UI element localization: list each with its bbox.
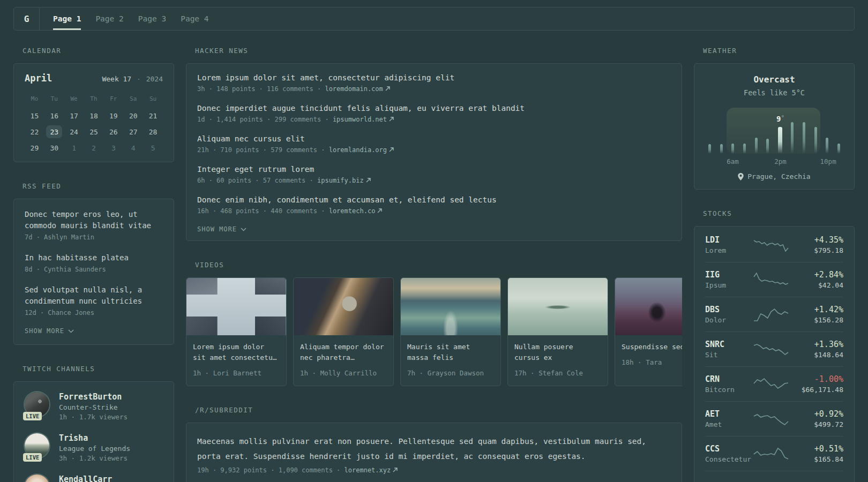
rss-item-title[interactable]: In hac habitasse platea <box>25 252 163 263</box>
stock-price: $66,171.48 <box>790 386 843 394</box>
hackernews-widget-title: HACKER NEWS <box>195 47 682 55</box>
external-link-icon <box>377 208 382 213</box>
stock-name: Lorem <box>705 246 752 254</box>
video-thumbnail[interactable] <box>615 278 682 335</box>
twitch-channel-name[interactable]: KendallCarr <box>59 475 112 482</box>
chevron-down-icon <box>241 228 246 231</box>
video-thumbnail[interactable] <box>186 278 286 335</box>
stock-ticker: IIG <box>705 270 752 280</box>
hn-item-meta: 6h · 60 points · 57 comments · ipsumify.… <box>197 177 671 184</box>
calendar-day: 22 <box>25 125 44 138</box>
calendar-day: 17 <box>64 109 84 122</box>
rss-item-meta: 7d · Ashlyn Martin <box>25 234 163 241</box>
calendar-day: 18 <box>84 109 104 122</box>
stock-row: DBSDolor +1.42%$156.28 <box>705 297 843 332</box>
video-thumbnail[interactable] <box>401 278 500 335</box>
hn-item-title[interactable]: Donec imperdiet augue tincidunt felis al… <box>197 104 671 112</box>
stocks-widget-title: STOCKS <box>703 209 855 217</box>
external-link-icon <box>385 86 390 91</box>
stock-change: -1.00% <box>790 374 843 384</box>
calendar-day: 24 <box>64 125 84 138</box>
twitch-channel: LIVE Trisha League of Legends 3h · 1.2k … <box>25 433 163 462</box>
stock-ticker: DBS <box>705 305 752 314</box>
hn-item-domain[interactable]: loremlandia.org <box>329 146 387 154</box>
calendar-day: 16 <box>44 109 64 122</box>
twitch-channel-name[interactable]: ForrestBurton <box>59 392 128 402</box>
left-column: CALENDAR April Week 17 · 2024 MoTuWeThFr… <box>13 47 174 482</box>
dashboard: G Page 1 Page 2 Page 3 Page 4 CALENDAR A… <box>0 0 868 482</box>
weather-widget: WEATHER Overcast Feels like 5°C 9° 6am 2… <box>694 47 855 190</box>
hn-item: Aliquam nec cursus elit 21h · 710 points… <box>197 134 671 154</box>
hn-item-title[interactable]: Donec enim nibh, condimentum et accumsan… <box>197 195 671 204</box>
hn-item-domain[interactable]: loremdomain.com <box>325 85 383 93</box>
calendar-day: 21 <box>143 109 163 122</box>
twitch-channel-category[interactable]: League of Legends <box>59 445 130 453</box>
stock-name: Consectetur <box>705 455 752 463</box>
location-pin-icon <box>738 173 744 180</box>
hn-item-title[interactable]: Integer eget rutrum lorem <box>197 165 671 174</box>
stock-sparkline <box>752 446 790 462</box>
rss-show-more-button[interactable]: SHOW MORE <box>25 327 163 335</box>
stock-sparkline <box>752 272 790 288</box>
stock-price: $795.18 <box>790 246 843 254</box>
video-title[interactable]: Nullam posuere cursus ex <box>514 342 601 363</box>
hn-item: Integer eget rutrum lorem 6h · 60 points… <box>197 165 671 184</box>
video-title[interactable]: Aliquam tempor dolor nec pharetra… <box>300 342 387 363</box>
stocks-widget: STOCKS LDILorem +4.35%$795.18 IIGIpsum +… <box>694 209 855 482</box>
live-badge: LIVE <box>23 453 42 462</box>
tab-page-1[interactable]: Page 1 <box>53 7 81 30</box>
external-link-icon <box>389 147 394 152</box>
app-logo[interactable]: G <box>14 7 40 30</box>
chevron-down-icon <box>68 329 74 333</box>
rss-item-title[interactable]: Sed volutpat nulla nisl, a condimentum n… <box>25 284 163 307</box>
video-meta: 7h · Grayson Dawson <box>407 369 494 377</box>
external-link-icon <box>366 178 371 183</box>
hn-item-meta: 21h · 710 points · 579 comments · loreml… <box>197 146 671 154</box>
video-thumbnail[interactable] <box>508 278 608 335</box>
twitch-channel: KendallCarr <box>25 475 163 482</box>
tab-page-3[interactable]: Page 3 <box>138 7 166 30</box>
twitch-widget-title: TWITCH CHANNELS <box>23 365 174 373</box>
twitch-channel-meta: 3h · 1.2k viewers <box>59 454 130 462</box>
calendar-week-year: Week 17 · 2024 <box>102 75 163 83</box>
hackernews-widget: HACKER NEWS Lorem ipsum dolor sit amet, … <box>186 47 682 241</box>
subreddit-post-meta: 19h · 9,932 points · 1,090 comments · lo… <box>197 466 671 474</box>
stock-sparkline <box>752 237 790 253</box>
video-title[interactable]: Lorem ipsum dolor sit amet consectetu… <box>193 342 280 363</box>
tab-page-2[interactable]: Page 2 <box>95 7 123 30</box>
calendar-day: 20 <box>123 109 143 122</box>
rss-item: Donec tempor eros leo, ut commodo mauris… <box>25 209 163 241</box>
hn-item-meta: 3h · 148 points · 116 comments · loremdo… <box>197 85 671 93</box>
hn-item-domain[interactable]: loremtech.co <box>329 207 376 215</box>
calendar-weekday-row: MoTuWeThFrSaSu <box>25 95 163 102</box>
avatar[interactable] <box>25 475 49 482</box>
subreddit-widget-title: /R/SUBREDDIT <box>195 406 682 414</box>
stock-row: AHS +0.46% <box>705 471 843 482</box>
twitch-channel-category[interactable]: Counter-Strike <box>59 403 128 411</box>
hn-item-domain[interactable]: ipsumify.biz <box>317 177 364 184</box>
calendar-day: 19 <box>103 109 123 122</box>
top-nav: G Page 1 Page 2 Page 3 Page 4 <box>13 7 855 31</box>
stock-change: +1.42% <box>790 305 843 314</box>
video-title[interactable]: Mauris sit amet massa felis <box>407 342 494 363</box>
stock-price: $148.64 <box>790 351 843 359</box>
video-card: Lorem ipsum dolor sit amet consectetu… 1… <box>186 277 287 386</box>
hn-item-title[interactable]: Aliquam nec cursus elit <box>197 134 671 143</box>
rss-item-meta: 8d · Cynthia Saunders <box>25 266 163 273</box>
subreddit-post-text[interactable]: Maecenas mollis pulvinar erat non posuer… <box>197 434 671 464</box>
video-title[interactable]: Suspendisse sed diam <box>622 342 682 352</box>
subreddit-post-domain[interactable]: loremnet.xyz <box>345 466 391 474</box>
rss-item-title[interactable]: Donec tempor eros leo, ut commodo mauris… <box>25 209 163 231</box>
tab-page-4[interactable]: Page 4 <box>181 7 208 30</box>
stock-row: CRNBitcorn -1.00%$66,171.48 <box>705 366 843 401</box>
hn-item-title[interactable]: Lorem ipsum dolor sit amet, consectetur … <box>197 73 671 82</box>
stock-change: +0.92% <box>790 409 843 419</box>
stock-price: $499.72 <box>790 420 843 428</box>
calendar-day: 25 <box>84 125 104 138</box>
video-thumbnail[interactable] <box>294 278 393 335</box>
twitch-channel-name[interactable]: Trisha <box>59 433 130 443</box>
hn-show-more-button[interactable]: SHOW MORE <box>197 225 671 233</box>
hn-item-domain[interactable]: ipsumworld.net <box>333 116 387 123</box>
stock-row: SNRCSit +1.36%$148.64 <box>705 332 843 366</box>
weather-location: Prague, Czechia <box>705 172 843 180</box>
